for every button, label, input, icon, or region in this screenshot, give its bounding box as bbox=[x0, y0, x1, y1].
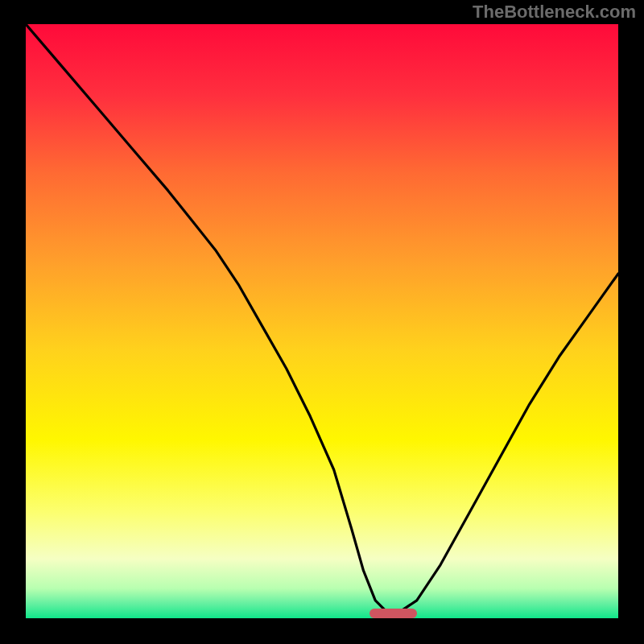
plot-area bbox=[26, 24, 618, 618]
optimum-marker bbox=[369, 609, 417, 618]
watermark-text: TheBottleneck.com bbox=[473, 2, 636, 23]
bottleneck-curve bbox=[26, 24, 618, 618]
chart-frame: TheBottleneck.com bbox=[0, 0, 644, 644]
